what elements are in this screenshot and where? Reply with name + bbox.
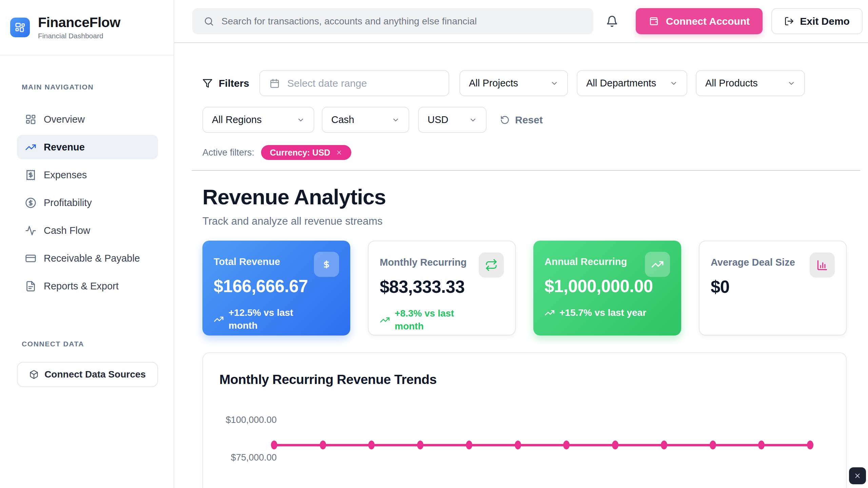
global-search-input[interactable] — [192, 8, 593, 34]
main-content: Filters Select date range All Projects A… — [174, 43, 868, 488]
main-navigation: Overview Revenue Expenses — [17, 107, 158, 298]
page-title: Revenue Analytics — [202, 185, 386, 209]
metric-card-total-revenue: Total Revenue $166,666.67 +12.5% vs last… — [202, 241, 350, 336]
chevron-down-icon — [670, 79, 678, 87]
sidebar-item-label: Profitability — [44, 197, 92, 208]
bell-icon — [606, 15, 618, 27]
sidebar-item-overview[interactable]: Overview — [17, 107, 158, 131]
search-icon — [204, 16, 214, 26]
currency-select[interactable]: USD — [418, 107, 487, 133]
connect-account-button[interactable]: Connect Account — [636, 8, 763, 34]
metric-card-annual-recurring: Annual Recurring $1,000,000.00 +15.7% vs… — [533, 241, 681, 336]
receipt-icon — [25, 169, 36, 181]
sidebar-item-label: Revenue — [44, 142, 85, 153]
reset-filters-button[interactable]: Reset — [500, 114, 543, 126]
file-text-icon — [25, 281, 36, 292]
connect-section-label: CONNECT DATA — [22, 340, 84, 348]
sidebar-item-cash-flow[interactable]: Cash Flow — [17, 218, 158, 243]
dollar-icon — [314, 252, 339, 277]
currency-select-value: USD — [428, 114, 448, 125]
sidebar-item-revenue[interactable]: Revenue — [17, 135, 158, 159]
connect-account-label: Connect Account — [666, 16, 750, 27]
date-range-placeholder: Select date range — [287, 78, 367, 89]
line-data-point — [271, 441, 277, 449]
rotate-ccw-icon — [500, 115, 510, 125]
payment-method-select-value: Cash — [331, 114, 354, 125]
line-data-point — [758, 441, 765, 449]
trending-up-icon — [214, 314, 224, 324]
overlay-close-button[interactable] — [849, 467, 866, 484]
line-data-point — [515, 441, 521, 449]
currency-filter-chip[interactable]: Currency: USD — [261, 145, 351, 160]
products-select[interactable]: All Products — [696, 70, 805, 96]
projects-select-value: All Projects — [469, 78, 518, 89]
filters-row-2: All Regions Cash USD Reset — [202, 107, 543, 133]
sidebar-item-receivable-payable[interactable]: Receivable & Payable — [17, 246, 158, 270]
sidebar-item-label: Cash Flow — [44, 225, 90, 236]
app-logo-icon — [10, 18, 30, 37]
date-range-input[interactable]: Select date range — [259, 70, 449, 96]
departments-select[interactable]: All Departments — [577, 70, 687, 96]
chevron-down-icon — [392, 116, 400, 124]
metric-value: $166,666.67 — [214, 276, 339, 296]
y-axis-tick: $75,000.00 — [218, 452, 277, 463]
activity-icon — [25, 225, 36, 236]
payment-method-select[interactable]: Cash — [322, 107, 409, 133]
financeflow-app: FinanceFlow Financial Dashboard MAIN NAV… — [0, 0, 868, 488]
metric-card-average-deal-size: Average Deal Size $0 — [699, 241, 847, 336]
exit-demo-button[interactable]: Exit Demo — [771, 8, 863, 34]
line-data-point — [710, 441, 716, 449]
y-axis-tick: $100,000.00 — [218, 415, 277, 425]
bar-chart-icon — [810, 252, 835, 278]
chevron-down-icon — [550, 79, 558, 87]
dollar-circle-icon — [25, 197, 36, 208]
topbar: Connect Account Exit Demo — [174, 0, 868, 43]
metric-delta: +8.3% vs last month — [380, 307, 504, 333]
departments-select-value: All Departments — [586, 78, 656, 89]
sidebar-item-reports-export[interactable]: Reports & Export — [17, 274, 158, 298]
brand-text: FinanceFlow Financial Dashboard — [38, 15, 120, 40]
credit-card-icon — [25, 253, 36, 264]
global-search — [192, 8, 593, 34]
close-icon[interactable] — [336, 149, 342, 156]
sidebar: FinanceFlow Financial Dashboard MAIN NAV… — [0, 0, 174, 488]
sidebar-item-label: Overview — [44, 114, 85, 125]
notifications-button[interactable] — [606, 14, 619, 29]
page-subtitle: Track and analyze all revenue streams — [202, 215, 382, 227]
connect-data-sources-button[interactable]: Connect Data Sources — [17, 362, 158, 387]
filters-divider — [192, 170, 860, 171]
filters-row-1: Filters Select date range All Projects A… — [202, 70, 805, 96]
chevron-down-icon — [787, 79, 795, 87]
metric-delta: +12.5% vs last month — [214, 306, 339, 332]
metric-delta: +15.7% vs last year — [545, 306, 670, 319]
line-data-point — [807, 441, 813, 449]
mrr-trends-chart-card: Monthly Recurring Revenue Trends $100,00… — [202, 352, 847, 488]
chart-title: Monthly Recurring Revenue Trends — [219, 372, 437, 387]
connect-data-sources-label: Connect Data Sources — [44, 369, 146, 380]
trending-up-icon — [645, 252, 670, 277]
line-data-point — [466, 441, 472, 449]
products-select-value: All Products — [705, 78, 758, 89]
line-data-point — [417, 441, 423, 449]
trending-up-icon — [25, 142, 36, 153]
sidebar-item-expenses[interactable]: Expenses — [17, 163, 158, 187]
filter-funnel-icon — [202, 78, 213, 88]
metric-value: $1,000,000.00 — [545, 276, 670, 296]
cube-icon — [29, 370, 39, 379]
calendar-icon — [270, 78, 280, 88]
sidebar-item-label: Expenses — [44, 169, 87, 181]
active-filters-label: Active filters: — [202, 147, 254, 158]
regions-select[interactable]: All Regions — [202, 107, 314, 133]
line-data-point — [661, 441, 667, 449]
dashboard-icon — [25, 114, 36, 125]
trending-up-icon — [545, 308, 555, 318]
line-data-point — [563, 441, 570, 449]
line-data-point — [320, 441, 326, 449]
line-data-point — [368, 441, 375, 449]
sidebar-item-profitability[interactable]: Profitability — [17, 190, 158, 215]
brand-subtitle: Financial Dashboard — [38, 32, 120, 40]
projects-select[interactable]: All Projects — [459, 70, 568, 96]
metric-card-monthly-recurring: Monthly Recurring $83,333.33 +8.3% vs la… — [368, 241, 516, 336]
mrr-line-series — [274, 441, 810, 449]
exit-demo-label: Exit Demo — [800, 16, 850, 27]
